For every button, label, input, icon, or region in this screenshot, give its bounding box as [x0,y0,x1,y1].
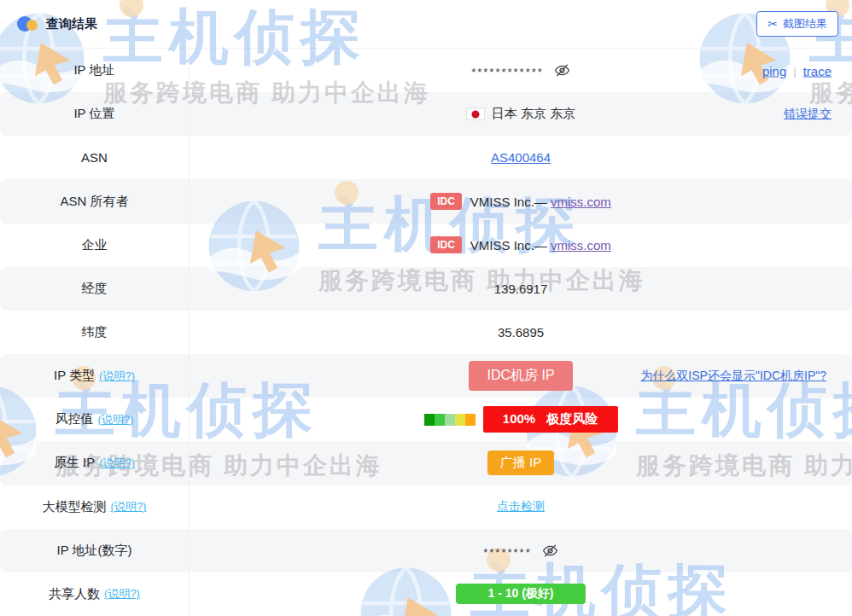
row-label: 企业 [82,237,108,253]
table-row-ip-type: IP 类型 (说明?) IDC机房 IP 为什么双ISP还会显示"IDC机房IP… [0,354,852,398]
panel-header: 查询结果 ✂ 截图结果 [0,0,852,48]
result-table: IP 地址 ************ ping | trace [0,48,852,616]
longitude-value: 139.6917 [494,282,548,296]
masked-ip-numeric-value: ******** [483,543,531,559]
error-submit-link[interactable]: 错误提交 [784,107,832,122]
screenshot-button-label: 截图结果 [783,16,827,32]
page-title: 查询结果 [46,16,97,32]
risk-bar-segment [465,414,476,426]
broadcast-ip-badge: 广播 IP [487,450,554,475]
masked-ip-value: ************ [471,62,544,78]
enterprise-value: VMISS Inc.— [470,238,547,253]
eye-slash-icon[interactable] [554,62,570,78]
why-dual-isp-link[interactable]: 为什么双ISP还会显示"IDC机房IP"? [640,369,826,384]
eye-slash-icon[interactable] [542,543,558,559]
latitude-value: 35.6895 [498,325,544,340]
table-row-ip-location: IP 位置 日本 东京 东京 错误提交 [0,92,852,136]
table-row-ip-address: IP 地址 ************ ping | trace [0,49,852,92]
llm-help-link[interactable]: (说明?) [111,499,147,514]
screenshot-result-button[interactable]: ✂ 截图结果 [756,11,838,37]
ping-link[interactable]: ping [762,63,786,78]
table-row-llm-detection: 大模型检测 (说明?) 点击检测 [0,485,852,529]
ip-location-value: 日本 东京 东京 [492,106,575,122]
risk-level-label: 极度风险 [546,411,598,427]
row-label: 共享人数 [49,586,100,602]
table-row-native-ip: 原生 IP (说明?) 广播 IP [0,441,852,485]
risk-percent: 100% [503,411,535,427]
table-row-ip-address-numeric: IP 地址(数字) ******** [0,529,852,572]
app-logo-icon [17,15,38,33]
click-to-detect-link[interactable]: 点击检测 [497,499,545,514]
trace-link[interactable]: trace [803,63,832,78]
asn-owner-value: VMISS Inc.— [470,195,547,209]
row-label: 经度 [82,281,108,297]
row-label: IP 地址 [73,62,114,78]
risk-bar-segment [424,414,435,426]
asn-link[interactable]: AS400464 [491,150,551,165]
risk-bar [424,414,476,426]
row-label: 大模型检测 [43,499,107,515]
row-label: ASN [81,150,108,165]
row-label: ASN 所有者 [60,194,128,210]
table-row-latitude: 纬度 35.6895 [0,311,852,354]
ip-lookup-result-panel: 主机侦探 服务跨境电商 助力中企出海 主机侦探 服务跨境电商 助力中企出海 [0,0,852,616]
risk-help-link[interactable]: (说明?) [98,412,134,427]
table-row-longitude: 经度 139.6917 [0,267,852,311]
idc-badge: IDC [430,236,462,253]
shared-users-help-link[interactable]: (说明?) [104,586,140,601]
vmiss-link[interactable]: vmiss.com [551,238,611,253]
table-row-asn: ASN AS400464 [0,136,852,179]
ip-type-help-link[interactable]: (说明?) [99,369,135,384]
row-label: 风控值 [55,411,94,427]
table-row-asn-owner: ASN 所有者 IDC VMISS Inc.— vmiss.com [0,179,852,223]
idc-datacenter-ip-badge: IDC机房 IP [469,361,572,391]
risk-level-badge: 100% 极度风险 [483,406,618,433]
row-label: IP 类型 [54,368,95,384]
scissors-icon: ✂ [767,18,778,30]
table-row-risk-score: 风控值 (说明?) 100% 极度风险 [0,398,852,441]
native-ip-help-link[interactable]: (说明?) [99,456,135,471]
row-label: IP 地址(数字) [56,543,131,559]
link-separator: | [793,64,796,77]
risk-bar-segment [435,414,445,426]
shared-users-badge: 1 - 10 (极好) [456,584,586,604]
vmiss-link[interactable]: vmiss.com [551,195,611,209]
row-label: 原生 IP [54,455,95,471]
row-label: IP 位置 [73,106,114,122]
table-row-enterprise: 企业 IDC VMISS Inc.— vmiss.com [0,224,852,267]
japan-flag-icon [466,108,485,120]
row-label: 纬度 [82,324,108,340]
table-row-shared-users: 共享人数 (说明?) 1 - 10 (极好) [0,572,852,616]
risk-bar-segment [455,414,465,426]
idc-badge: IDC [430,193,462,210]
risk-bar-segment [445,414,455,426]
